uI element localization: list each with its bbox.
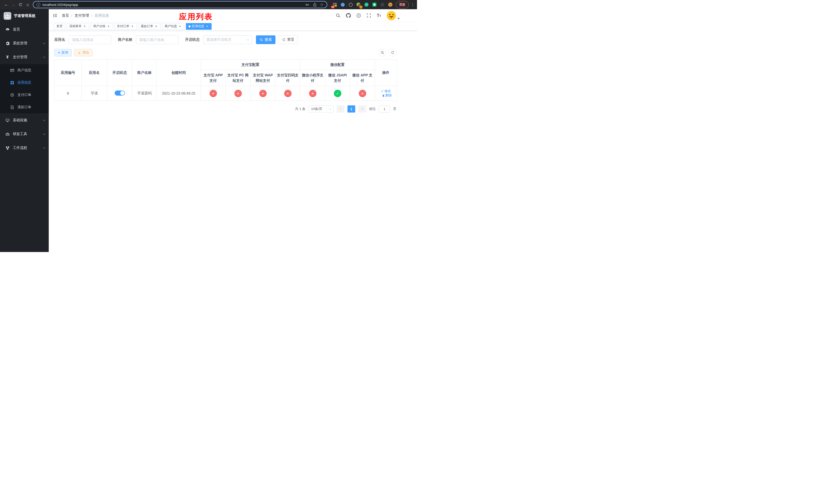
close-icon[interactable]: × xyxy=(107,25,110,28)
chevron-down-icon xyxy=(247,38,249,40)
sidebar-item-app-info[interactable]: 应用信息 xyxy=(0,76,49,89)
app-name-input[interactable] xyxy=(69,36,111,44)
tab-payment-orders[interactable]: 支付订单 × xyxy=(114,23,137,30)
merchant-name-label: 商户名称 xyxy=(118,38,132,42)
fullscreen-icon[interactable] xyxy=(367,13,371,18)
breadcrumb-payment[interactable]: 支付管理 xyxy=(74,13,89,18)
main-area: 首页 / 支付管理 / 应用信息 应用列表 ? xyxy=(49,9,417,252)
menu-label: 工作流程 xyxy=(13,145,40,150)
font-large-glyph: T xyxy=(377,13,379,18)
browser-update-button[interactable]: 更新 xyxy=(396,1,409,8)
tab-home[interactable]: 首页 xyxy=(54,23,65,30)
col-wechat-jsapi: 微信 JSAPI 支付 xyxy=(325,70,350,86)
extension-profile-icon[interactable]: 1 xyxy=(356,2,361,7)
delete-link[interactable]: 删除 xyxy=(382,93,392,98)
sidebar-item-workflow[interactable]: 工作流程 xyxy=(0,141,49,155)
tab-refund-orders[interactable]: 退款订单 × xyxy=(138,23,160,30)
sidebar-item-home[interactable]: 首页 xyxy=(0,23,49,37)
extension-dark-icon[interactable] xyxy=(348,2,353,7)
close-icon[interactable]: × xyxy=(178,25,182,28)
user-avatar[interactable] xyxy=(387,11,399,21)
close-icon[interactable]: × xyxy=(83,25,86,28)
sidebar-item-system[interactable]: 系统管理 xyxy=(0,37,49,50)
menu-label: 研发工具 xyxy=(13,132,40,136)
browser-reload-button[interactable] xyxy=(17,1,24,8)
sidebar-item-merchant-info[interactable]: 商户信息 xyxy=(0,64,49,76)
search-icon[interactable] xyxy=(336,13,341,18)
tab-app-info[interactable]: 应用信息 × xyxy=(186,23,212,30)
close-icon[interactable]: × xyxy=(154,25,158,28)
col-wechat-app: 微信 APP 支付 xyxy=(350,70,375,86)
credit-card-icon xyxy=(10,68,14,72)
extension-green-check-icon[interactable]: ✓ xyxy=(364,2,369,7)
caret-down-icon xyxy=(397,18,399,19)
toggle-search-button[interactable] xyxy=(378,49,386,56)
page-annotation: 应用列表 xyxy=(179,12,213,22)
sidebar-toggle-icon[interactable] xyxy=(53,13,58,18)
tab-process-form[interactable]: 流程表单 × xyxy=(67,23,89,30)
puzzle-icon xyxy=(381,3,384,6)
browser-home-button[interactable]: ⌂ xyxy=(24,1,31,8)
toolbox-icon xyxy=(5,132,10,136)
breadcrumb: 首页 / 支付管理 / 应用信息 xyxy=(62,13,109,18)
alipay-wap-status-icon: × xyxy=(259,90,267,97)
chevron-down-icon xyxy=(43,146,46,149)
browser-menu-icon[interactable]: ⋮ xyxy=(411,2,414,7)
status-select[interactable]: 请选择开启状态 xyxy=(203,36,252,44)
goto-page-input[interactable] xyxy=(379,105,390,113)
extension-green-square-icon[interactable] xyxy=(372,2,377,7)
search-button[interactable]: 搜索 xyxy=(256,36,276,44)
sidebar-item-refund-orders[interactable]: 退款订单 xyxy=(0,101,49,113)
chevron-down-icon xyxy=(43,119,46,121)
browser-forward-button[interactable]: → xyxy=(10,1,17,8)
page-size-select[interactable]: 10条/页 xyxy=(308,105,334,113)
menu-label: 商户信息 xyxy=(18,68,45,72)
yen-icon: ¥ xyxy=(5,55,10,60)
search-icon xyxy=(260,38,263,42)
col-created: 创建时间 xyxy=(157,60,201,86)
site-info-icon[interactable]: i xyxy=(37,3,40,7)
address-bar[interactable]: i localhost:1024/pay/app ☆ xyxy=(33,1,327,8)
tab-label: 商户信息 xyxy=(164,24,177,28)
next-page-button[interactable] xyxy=(358,105,366,113)
breadcrumb-home[interactable]: 首页 xyxy=(62,13,69,18)
refresh-icon xyxy=(282,38,286,42)
close-icon[interactable]: × xyxy=(205,25,209,28)
font-size-icon[interactable]: TT xyxy=(377,13,381,18)
sidebar-item-dev-tools[interactable]: 研发工具 xyxy=(0,127,49,141)
sidebar-item-payment[interactable]: ¥ 支付管理 xyxy=(0,50,49,64)
menu-label: 基础设施 xyxy=(13,118,40,122)
table-toolbar: + 新增 导出 xyxy=(49,44,417,56)
screen: ← → ⌂ i localhost:1024/pay/app ☆ 10 xyxy=(0,0,417,252)
prev-page-button[interactable] xyxy=(337,105,345,113)
merchant-name-input[interactable] xyxy=(136,36,178,44)
export-button[interactable]: 导出 xyxy=(74,49,93,56)
help-icon[interactable]: ? xyxy=(356,13,361,18)
sidebar-item-payment-orders[interactable]: 支付订单 xyxy=(0,89,49,101)
extension-blue-icon[interactable] xyxy=(340,2,346,7)
tab-label: 退款订单 xyxy=(141,24,153,28)
add-button[interactable]: + 新增 xyxy=(54,49,71,56)
delete-link-label: 删除 xyxy=(386,93,392,98)
bookmark-star-icon[interactable]: ☆ xyxy=(320,3,324,7)
wechat-mini-status-icon: × xyxy=(309,90,316,97)
refresh-table-button[interactable] xyxy=(389,49,396,56)
github-icon[interactable] xyxy=(346,13,351,18)
alipay-app-status-icon: × xyxy=(210,90,217,97)
sidebar-item-infrastructure[interactable]: 基础设施 xyxy=(0,113,49,127)
extension-grid-icon[interactable]: 10 xyxy=(332,2,337,7)
share-icon[interactable] xyxy=(313,3,317,7)
browser-back-button[interactable]: ← xyxy=(3,1,10,8)
edit-link[interactable]: 修改 xyxy=(381,89,391,93)
tab-merchant-info[interactable]: 商户信息 × xyxy=(162,23,184,30)
browser-profile-avatar[interactable] xyxy=(388,2,393,7)
reset-button[interactable]: 重置 xyxy=(279,36,298,44)
status-toggle[interactable] xyxy=(115,91,125,96)
tab-user-group[interactable]: 用户分组 × xyxy=(90,23,113,30)
close-icon[interactable]: × xyxy=(131,25,134,28)
page-1-button[interactable]: 1 xyxy=(348,105,355,113)
grid-icon xyxy=(10,80,14,85)
green-square-icon xyxy=(372,3,376,7)
password-key-icon[interactable] xyxy=(305,3,310,7)
extensions-puzzle-icon[interactable] xyxy=(379,2,385,7)
